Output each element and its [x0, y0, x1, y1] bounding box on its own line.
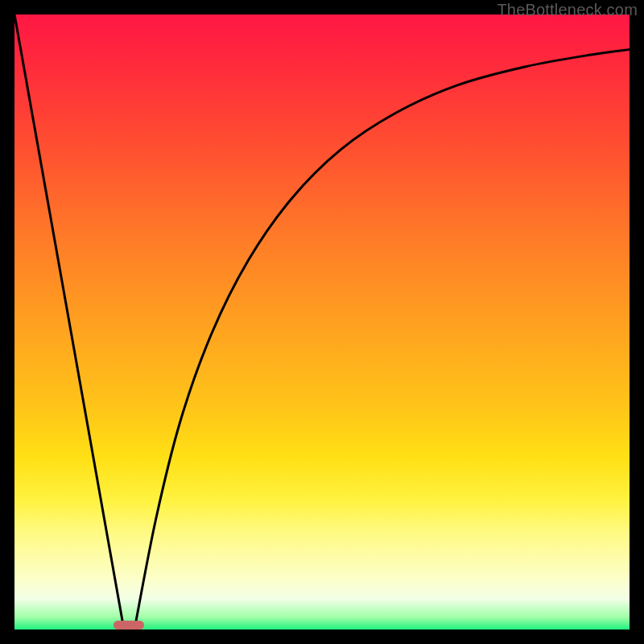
curve-layer: [14, 14, 630, 630]
right-curve-line: [134, 50, 630, 630]
attribution-text: TheBottleneck.com: [497, 1, 638, 19]
left-descent-line: [14, 14, 124, 630]
bottleneck-marker: [114, 621, 144, 630]
chart-canvas: [14, 14, 630, 630]
